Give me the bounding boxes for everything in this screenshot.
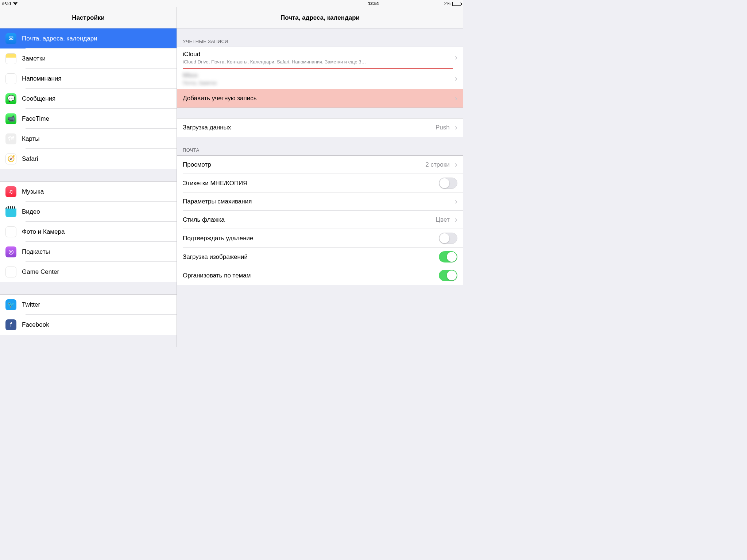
- row-value: Цвет: [436, 216, 450, 223]
- sidebar-item-music[interactable]: ♫Музыка: [0, 182, 177, 202]
- add-account-row[interactable]: Добавить учетную запись›: [177, 89, 463, 108]
- row-label: Организовать по темам: [183, 272, 439, 279]
- messages-icon: 💬: [5, 93, 16, 104]
- wifi-icon: [13, 2, 18, 5]
- toggle-ask-delete[interactable]: [439, 233, 457, 244]
- battery-icon: [452, 2, 461, 6]
- sidebar-item-label: FaceTime: [22, 115, 49, 122]
- mail-row-ask-delete[interactable]: Подтверждать удаление: [177, 229, 463, 248]
- sidebar-item-safari[interactable]: 🧭Safari: [0, 149, 177, 169]
- sidebar-item-label: Напоминания: [22, 75, 62, 82]
- add-account-label: Добавить учетную запись: [183, 95, 453, 102]
- facebook-icon: f: [5, 319, 16, 330]
- account-row-blurred[interactable]: MboxПочта, Заметки›: [177, 68, 463, 89]
- sidebar-item-reminders[interactable]: ⋮Напоминания: [0, 69, 177, 89]
- fetch-label: Загрузка данных: [183, 124, 436, 131]
- sidebar-item-notes[interactable]: Заметки: [0, 48, 177, 69]
- chevron-right-icon: ›: [455, 124, 457, 132]
- clock: 12:51: [368, 1, 379, 6]
- sidebar-item-label: Twitter: [22, 301, 40, 308]
- photos-icon: ❀: [5, 226, 16, 237]
- sidebar-item-label: Сообщения: [22, 95, 55, 102]
- mail-row-flag[interactable]: Стиль флажкаЦвет›: [177, 211, 463, 229]
- mail-row-swipe[interactable]: Параметры смахивания›: [177, 192, 463, 211]
- battery-percent: 2%: [444, 1, 450, 6]
- row-label: Подтверждать удаление: [183, 235, 439, 242]
- row-label: Этикетки МНЕ/КОПИЯ: [183, 180, 439, 187]
- fetch-new-data-row[interactable]: Загрузка данных Push ›: [177, 118, 463, 137]
- mail-row-preview[interactable]: Просмотр2 строки›: [177, 156, 463, 174]
- safari-icon: 🧭: [5, 153, 16, 164]
- mail-row-to-cc[interactable]: Этикетки МНЕ/КОПИЯ: [177, 174, 463, 192]
- chevron-right-icon: ›: [455, 161, 457, 169]
- chevron-right-icon: ›: [455, 75, 457, 83]
- chevron-right-icon: ›: [455, 94, 457, 102]
- sidebar-item-messages[interactable]: 💬Сообщения: [0, 89, 177, 109]
- detail-title: Почта, адреса, календари: [177, 7, 463, 28]
- fetch-value: Push: [436, 124, 450, 131]
- row-value: 2 строки: [425, 161, 449, 168]
- mail-row-thread[interactable]: Организовать по темам: [177, 266, 463, 285]
- sidebar-title: Настройки: [0, 7, 177, 28]
- detail-pane: Почта, адреса, календари УЧЕТНЫЕ ЗАПИСИ …: [177, 7, 463, 347]
- row-label: Просмотр: [183, 161, 425, 168]
- podcasts-icon: ◎: [5, 246, 16, 257]
- mail-section-header: ПОЧТА: [177, 137, 463, 155]
- account-title: Mbox: [183, 72, 453, 79]
- sidebar-item-label: Заметки: [22, 55, 46, 62]
- toggle-to-cc[interactable]: [439, 178, 457, 189]
- device-label: iPad: [2, 1, 11, 6]
- notes-icon: [5, 53, 16, 64]
- sidebar-item-label: Подкасты: [22, 248, 50, 256]
- maps-icon: 🗺: [5, 133, 16, 144]
- twitter-icon: 🐦: [5, 299, 16, 310]
- music-icon: ♫: [5, 186, 16, 197]
- sidebar-item-label: Facebook: [22, 321, 49, 328]
- sidebar-item-facetime[interactable]: 📹FaceTime: [0, 109, 177, 129]
- sidebar-item-podcasts[interactable]: ◎Подкасты: [0, 242, 177, 262]
- sidebar-item-label: Карты: [22, 135, 39, 143]
- sidebar-item-twitter[interactable]: 🐦Twitter: [0, 295, 177, 315]
- sidebar-item-gamecenter[interactable]: ●Game Center: [0, 262, 177, 282]
- row-label: Загрузка изображений: [183, 253, 439, 261]
- video-icon: [5, 206, 16, 217]
- account-subtitle: Почта, Заметки: [183, 80, 453, 86]
- gamecenter-icon: ●: [5, 267, 16, 277]
- sidebar-item-label: Game Center: [22, 268, 59, 276]
- account-title: iCloud: [183, 51, 453, 58]
- account-row-icloud[interactable]: iCloudiCloud Drive, Почта, Контакты, Кал…: [177, 47, 463, 68]
- accounts-section-header: УЧЕТНЫЕ ЗАПИСИ: [177, 28, 463, 47]
- sidebar-item-video[interactable]: Видео: [0, 202, 177, 222]
- chevron-right-icon: ›: [455, 198, 457, 206]
- row-label: Параметры смахивания: [183, 198, 453, 205]
- reminders-icon: ⋮: [5, 73, 16, 84]
- sidebar-item-label: Почта, адреса, календари: [22, 35, 97, 42]
- sidebar-item-facebook[interactable]: fFacebook: [0, 315, 177, 335]
- chevron-right-icon: ›: [455, 216, 457, 224]
- toggle-load-images[interactable]: [439, 251, 457, 262]
- sidebar-item-photos[interactable]: ❀Фото и Камера: [0, 222, 177, 242]
- status-bar: iPad 12:51 2%: [0, 0, 463, 7]
- toggle-thread[interactable]: [439, 270, 457, 281]
- settings-sidebar: Настройки ✉Почта, адреса, календариЗамет…: [0, 7, 177, 347]
- sidebar-item-label: Фото и Камера: [22, 228, 65, 236]
- sidebar-item-label: Видео: [22, 208, 40, 215]
- sidebar-item-label: Музыка: [22, 188, 44, 195]
- row-label: Стиль флажка: [183, 216, 436, 223]
- facetime-icon: 📹: [5, 113, 16, 124]
- sidebar-item-mail[interactable]: ✉Почта, адреса, календари: [0, 28, 177, 48]
- mail-icon: ✉: [5, 33, 16, 44]
- account-subtitle: iCloud Drive, Почта, Контакты, Календари…: [183, 59, 453, 65]
- chevron-right-icon: ›: [455, 54, 457, 62]
- sidebar-item-maps[interactable]: 🗺Карты: [0, 129, 177, 149]
- mail-row-load-images[interactable]: Загрузка изображений: [177, 248, 463, 266]
- sidebar-item-label: Safari: [22, 155, 38, 163]
